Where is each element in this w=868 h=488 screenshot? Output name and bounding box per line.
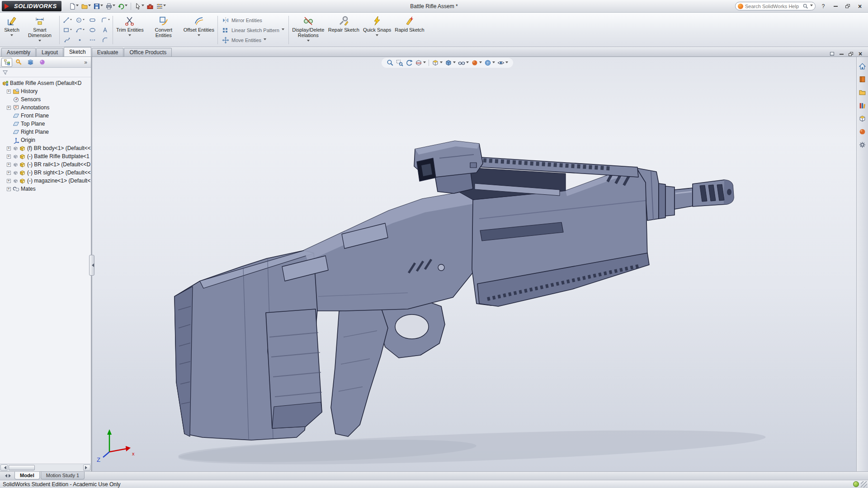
expander-icon[interactable]: + (7, 146, 11, 150)
tree-item-sensors[interactable]: Sensors (0, 95, 91, 103)
design-library-button[interactable] (858, 75, 867, 84)
ellipse-tool-button[interactable] (86, 25, 99, 35)
view-orientation-button[interactable] (431, 59, 443, 67)
help-button[interactable]: ? (819, 2, 828, 10)
tab-assembly[interactable]: Assembly (1, 48, 36, 56)
text-tool-button[interactable] (99, 25, 111, 35)
tree-item-br-sight[interactable]: + (-) BR sight<1> (Default<< (0, 169, 91, 177)
expander-icon[interactable]: + (7, 89, 11, 94)
line-tool-button[interactable] (61, 15, 73, 25)
chevron-down-icon[interactable] (423, 61, 426, 65)
chevron-down-icon[interactable] (108, 19, 110, 21)
expander-icon[interactable]: + (7, 106, 11, 110)
linear-sketch-pattern-button[interactable]: Linear Sketch Pattern (220, 26, 286, 35)
document-close-button[interactable]: × (857, 51, 863, 56)
minimize-button[interactable] (831, 2, 840, 10)
open-document-button[interactable] (80, 2, 92, 11)
rifle-gas-ring[interactable] (665, 186, 675, 216)
chevron-down-icon[interactable] (453, 61, 456, 65)
smart-dimension-button[interactable]: Smart Dimension (22, 14, 58, 47)
chevron-down-icon[interactable] (128, 34, 131, 38)
chevron-down-icon[interactable] (264, 38, 266, 42)
configuration-manager-tab[interactable] (25, 58, 36, 67)
point-tool-button[interactable] (74, 35, 86, 45)
tree-filter-row[interactable] (0, 68, 91, 77)
move-entities-button[interactable]: Move Entities (220, 36, 286, 45)
tree-item-front-plane[interactable]: Front Plane (0, 112, 91, 120)
chevron-down-icon[interactable] (198, 34, 200, 38)
spline-tool-button[interactable] (61, 35, 73, 45)
restore-button[interactable] (843, 2, 852, 10)
chevron-down-icon[interactable] (466, 61, 469, 65)
rifle-model[interactable] (175, 141, 734, 440)
chevron-down-icon[interactable] (113, 5, 115, 8)
chevron-down-icon[interactable] (307, 40, 310, 43)
expander-icon[interactable]: + (7, 187, 11, 191)
scroll-tabs-right-button[interactable] (9, 474, 13, 478)
panel-overflow-button[interactable]: » (84, 59, 90, 66)
display-manager-tab[interactable] (37, 58, 47, 67)
tree-item-br-body[interactable]: + (f) BR body<1> (Default<< (0, 144, 91, 152)
trim-entities-button[interactable]: Trim Entities (114, 14, 146, 47)
property-manager-tab[interactable] (13, 58, 24, 67)
window-grid-button[interactable] (829, 51, 835, 56)
panel-collapse-handle[interactable] (89, 255, 94, 276)
tree-item-buttplate[interactable]: + (-) Battle Rifle Buttplate<1 (0, 152, 91, 160)
tree-item-br-rail[interactable]: + (-) BR rail<1> (Default<<D (0, 160, 91, 169)
rapid-sketch-button[interactable]: Rapid Sketch (393, 14, 426, 47)
tree-item-right-plane[interactable]: Right Plane (0, 128, 91, 136)
chevron-down-icon[interactable] (38, 40, 41, 43)
previous-view-button[interactable] (405, 59, 413, 67)
document-minimize-button[interactable] (838, 51, 844, 56)
tree-item-origin[interactable]: Origin (0, 136, 91, 144)
scroll-right-button[interactable] (83, 465, 90, 471)
new-document-button[interactable] (68, 2, 80, 11)
display-delete-relations-button[interactable]: Display/Delete Relations (290, 14, 326, 47)
chevron-down-icon[interactable] (163, 5, 166, 8)
chevron-down-icon[interactable] (88, 5, 91, 8)
chevron-down-icon[interactable] (125, 5, 127, 8)
scroll-tabs-left-button[interactable] (3, 474, 7, 478)
chevron-down-icon[interactable] (440, 61, 443, 65)
appearances-button[interactable] (858, 127, 867, 136)
scrollbar-track[interactable] (8, 465, 83, 470)
circle-tool-button[interactable] (74, 15, 86, 25)
tab-sketch[interactable]: Sketch (64, 47, 91, 56)
section-view-button[interactable] (415, 59, 426, 67)
expander-icon[interactable]: + (7, 155, 11, 159)
chevron-down-icon[interactable] (282, 28, 284, 32)
chevron-down-icon[interactable] (83, 29, 85, 31)
expander-icon[interactable]: + (7, 179, 11, 183)
tab-motion-study-1[interactable]: Motion Study 1 (41, 472, 85, 479)
chevron-down-icon[interactable] (142, 5, 144, 8)
hide-show-items-button[interactable] (458, 59, 469, 67)
edit-appearance-button[interactable] (471, 59, 482, 67)
chevron-down-icon[interactable] (100, 5, 103, 8)
status-indicator-icon[interactable] (853, 481, 859, 487)
toolbox-button[interactable] (146, 2, 155, 11)
save-button[interactable] (92, 2, 104, 11)
tree-item-annotations[interactable]: + Annotations (0, 103, 91, 112)
scrollbar-thumb[interactable] (9, 465, 35, 470)
centerline-tool-button[interactable] (86, 35, 99, 45)
chevron-down-icon[interactable] (83, 19, 85, 21)
tab-layout[interactable]: Layout (36, 48, 63, 56)
fillet-tool-button[interactable] (99, 15, 111, 25)
slot-tool-button[interactable] (86, 15, 99, 25)
apply-scene-button[interactable] (484, 59, 495, 67)
offset-entities-button[interactable]: Offset Entities (182, 14, 216, 47)
tab-office-products[interactable]: Office Products (124, 48, 172, 56)
mirror-entities-button[interactable]: Mirror Entities (220, 16, 286, 25)
chamfer-tool-button[interactable] (99, 35, 111, 45)
expander-icon[interactable]: + (7, 163, 11, 167)
scroll-left-button[interactable] (0, 465, 8, 471)
tree-item-root[interactable]: Battle Rifle Assem (Default<D (0, 79, 91, 87)
resize-grip[interactable] (861, 481, 867, 488)
display-style-button[interactable] (444, 59, 456, 67)
quick-snaps-button[interactable]: Quick Snaps (361, 14, 393, 47)
zoom-to-fit-button[interactable] (386, 59, 394, 67)
solidworks-resources-button[interactable] (858, 61, 867, 70)
chevron-down-icon[interactable] (376, 34, 378, 38)
tree-item-mates[interactable]: + Mates (0, 185, 91, 193)
zoom-to-area-button[interactable] (396, 59, 404, 67)
